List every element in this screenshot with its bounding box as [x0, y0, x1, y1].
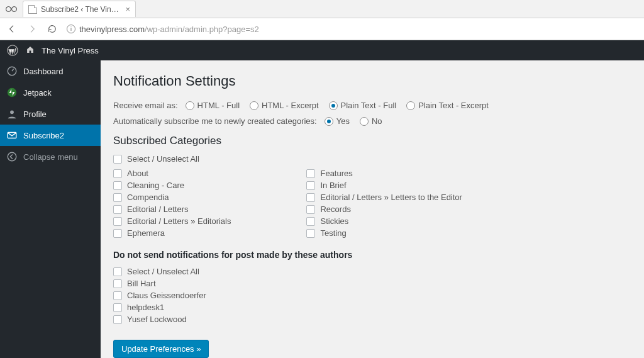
checkbox-icon	[306, 169, 315, 178]
checkbox-icon	[113, 315, 122, 324]
radio-icon	[250, 101, 258, 110]
checkbox-icon	[113, 155, 122, 164]
category-checkbox[interactable]: Editorial / Letters » Letters to the Edi…	[306, 192, 462, 203]
browser-chrome: Subscribe2 ‹ The Vinyl P × i thevinylpre…	[0, 0, 644, 40]
checkbox-label: Select / Unselect All	[127, 154, 199, 164]
subscribed-categories-heading: Subscribed Categories	[113, 135, 631, 147]
radio-auto-no[interactable]: No	[360, 116, 382, 126]
checkbox-icon	[113, 303, 122, 312]
category-checkbox[interactable]: About	[113, 168, 231, 179]
update-preferences-button[interactable]: Update Preferences »	[113, 340, 209, 358]
wp-admin-bar: The Vinyl Press	[0, 40, 644, 60]
checkbox-icon	[113, 193, 122, 202]
sidebar-collapse[interactable]: Collapse menu	[0, 146, 101, 167]
checkbox-label: Claus Geissendoerfer	[127, 291, 206, 300]
collapse-icon	[6, 151, 18, 162]
sidebar-item-label: Subscribe2	[23, 131, 64, 140]
radio-icon	[186, 101, 194, 110]
sidebar-item-label: Jetpack	[23, 88, 52, 98]
radio-label: HTML - Excerpt	[262, 101, 319, 110]
tab-close-icon[interactable]: ×	[125, 4, 130, 14]
receive-email-label: Receive email as:	[113, 101, 178, 110]
sidebar-item-profile[interactable]: Profile	[0, 103, 101, 125]
category-checkbox[interactable]: Features	[306, 168, 462, 179]
checkbox-label: Compendia	[127, 193, 169, 202]
category-columns: About Cleaning - Care Compendia Editoria…	[113, 168, 631, 238]
browser-tab[interactable]: Subscribe2 ‹ The Vinyl P ×	[23, 1, 136, 17]
url-path: /wp-admin/admin.php?page=s2	[145, 25, 259, 34]
checkbox-label: Editorial / Letters » Letters to the Edi…	[320, 193, 462, 202]
categories-select-all[interactable]: Select / Unselect All	[113, 154, 631, 164]
radio-label: Yes	[336, 116, 350, 126]
home-icon[interactable]	[25, 45, 35, 56]
radio-plain-excerpt[interactable]: Plain Text - Excerpt	[406, 101, 489, 110]
author-checkbox[interactable]: Yusef Lockwood	[113, 314, 631, 325]
authors-heading: Do not send notifications for post made …	[113, 250, 631, 260]
radio-auto-yes[interactable]: Yes	[325, 116, 350, 126]
url-field[interactable]: i thevinylpress.com/wp-admin/admin.php?p…	[67, 25, 638, 34]
svg-point-5	[8, 152, 16, 161]
category-checkbox[interactable]: In Brief	[306, 180, 462, 191]
checkbox-label: Select / Unselect All	[127, 267, 199, 276]
checkbox-label: Features	[320, 169, 352, 178]
category-checkbox[interactable]: Cleaning - Care	[113, 180, 231, 191]
sidebar-item-jetpack[interactable]: Jetpack	[0, 82, 101, 103]
sidebar-item-label: Profile	[23, 109, 47, 119]
checkbox-label: Cleaning - Care	[127, 181, 184, 190]
radio-plain-full[interactable]: Plain Text - Full	[329, 101, 397, 110]
checkbox-icon	[113, 291, 122, 300]
reload-button[interactable]	[47, 23, 58, 35]
checkbox-icon	[113, 181, 122, 190]
checkbox-label: Ephemera	[127, 228, 165, 238]
checkbox-icon	[306, 181, 315, 190]
category-checkbox[interactable]: Ephemera	[113, 228, 231, 238]
checkbox-icon	[113, 169, 122, 178]
radio-icon	[360, 117, 369, 126]
wp-admin-wrap: Dashboard Jetpack Profile Subscribe2 Col…	[0, 60, 644, 358]
site-info-icon[interactable]: i	[67, 25, 75, 33]
wordpress-logo-icon[interactable]	[6, 44, 19, 57]
author-checkbox[interactable]: Claus Geissendoerfer	[113, 290, 631, 301]
checkbox-icon	[306, 229, 315, 238]
checkbox-label: Testing	[320, 228, 346, 238]
checkbox-icon	[113, 229, 122, 238]
category-checkbox[interactable]: Stickies	[306, 216, 462, 227]
category-checkbox[interactable]: Editorial / Letters	[113, 204, 231, 215]
radio-html-full[interactable]: HTML - Full	[186, 101, 240, 110]
sidebar-item-subscribe2[interactable]: Subscribe2	[0, 125, 101, 146]
mail-icon	[6, 130, 18, 141]
radio-html-excerpt[interactable]: HTML - Excerpt	[250, 101, 319, 110]
page-icon	[28, 5, 37, 14]
back-button[interactable]	[6, 23, 18, 35]
category-checkbox[interactable]: Editorial / Letters » Editorials	[113, 216, 231, 227]
category-checkbox[interactable]: Testing	[306, 228, 462, 238]
tab-title: Subscribe2 ‹ The Vinyl P	[41, 5, 120, 14]
main-content: Notification Settings Receive email as: …	[101, 60, 644, 358]
profile-icon	[6, 108, 18, 120]
authors-select-all[interactable]: Select / Unselect All	[113, 266, 631, 277]
checkbox-label: Stickies	[320, 216, 348, 226]
checkbox-icon	[306, 217, 315, 226]
checkbox-icon	[113, 205, 122, 214]
category-checkbox[interactable]: Records	[306, 204, 462, 215]
checkbox-label: Yusef Lockwood	[127, 315, 187, 324]
author-checkbox[interactable]: Bill Hart	[113, 278, 631, 289]
url-host: thevinylpress.com	[79, 25, 145, 34]
category-checkbox[interactable]: Compendia	[113, 192, 231, 203]
author-checkbox[interactable]: helpdesk1	[113, 302, 631, 313]
dashboard-icon	[6, 65, 18, 77]
checkbox-icon	[113, 267, 122, 276]
radio-label: Plain Text - Full	[341, 101, 397, 110]
jetpack-icon	[6, 87, 18, 98]
auto-subscribe-row: Automatically subscribe me to newly crea…	[113, 116, 631, 126]
sidebar-item-dashboard[interactable]: Dashboard	[0, 60, 101, 82]
checkbox-label: In Brief	[320, 181, 346, 190]
sidebar-item-label: Dashboard	[23, 67, 64, 76]
forward-button[interactable]	[26, 23, 38, 35]
author-list: Select / Unselect All Bill Hart Claus Ge…	[113, 266, 631, 325]
sidebar-item-label: Collapse menu	[23, 152, 78, 162]
radio-label: HTML - Full	[197, 101, 240, 110]
category-column-right: Features In Brief Editorial / Letters » …	[306, 168, 462, 238]
site-name[interactable]: The Vinyl Press	[42, 46, 99, 55]
checkbox-label: helpdesk1	[127, 303, 164, 312]
